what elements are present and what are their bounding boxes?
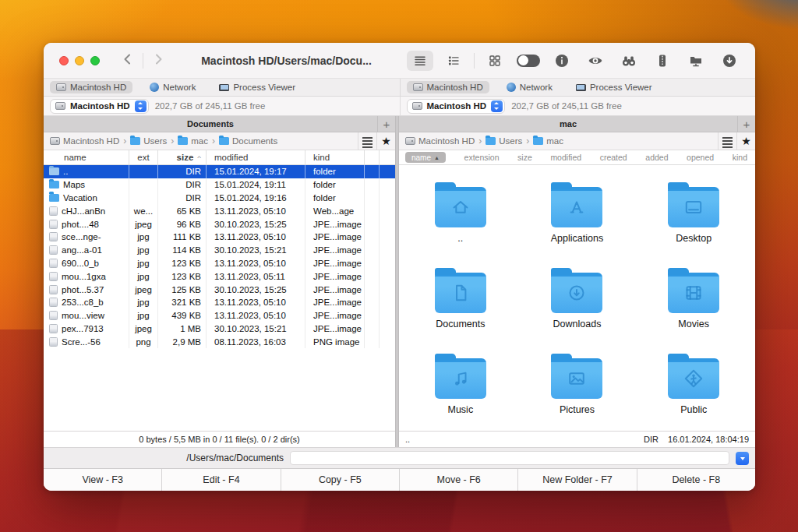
breadcrumb-users[interactable]: Users	[486, 136, 522, 146]
drive-stepper-icon[interactable]	[135, 100, 147, 112]
move-f6-button[interactable]: Move - F6	[400, 469, 518, 491]
grid-item-music[interactable]: Music	[402, 344, 519, 429]
queue-toggle[interactable]	[515, 51, 542, 71]
preview-button[interactable]	[582, 51, 609, 71]
process-viewer-icon	[576, 84, 586, 91]
folder-tab-documents[interactable]: Documents	[44, 116, 377, 132]
grid-item-parent-dir[interactable]: ..	[402, 173, 519, 259]
drive-select-right[interactable]: Macintosh HD	[407, 99, 506, 114]
breadcrumb-macintosh-hd[interactable]: Macintosh HD	[50, 136, 119, 146]
column-header-size[interactable]: size^	[158, 150, 207, 164]
column-header-modified[interactable]: modified	[550, 153, 581, 162]
tab-macintosh-hd-left[interactable]: Macintosh HD	[50, 81, 132, 93]
forward-button[interactable]	[150, 51, 166, 69]
column-header-name[interactable]: name	[44, 150, 129, 164]
breadcrumb-mac[interactable]: mac	[178, 136, 208, 146]
free-space-label: 202,7 GB of 245,11 GB free	[155, 101, 266, 111]
view-list-button[interactable]	[407, 51, 433, 71]
grid-item-desktop[interactable]: Desktop	[635, 173, 752, 259]
table-row[interactable]: Scre...-56 png2,9 MB08.11.2023, 16:03PNG…	[44, 335, 395, 348]
view-f3-button[interactable]: View - F3	[44, 469, 162, 491]
view-grid-button[interactable]	[482, 51, 508, 71]
tab-network-right[interactable]: Network	[500, 81, 559, 93]
new-folder-f7-button[interactable]: New Folder - F7	[518, 469, 637, 491]
tab-network-left[interactable]: Network	[143, 81, 202, 93]
archive-button[interactable]	[649, 51, 676, 71]
folder-icon	[533, 137, 543, 145]
folder-tab-mac[interactable]: mac	[399, 116, 737, 132]
tab-macintosh-hd-right[interactable]: Macintosh HD	[407, 81, 489, 93]
drive-select-left[interactable]: Macintosh HD	[50, 99, 149, 114]
star-icon: ★	[381, 136, 391, 146]
column-header-modified[interactable]: modified	[207, 150, 305, 164]
command-input[interactable]	[290, 451, 729, 465]
table-row[interactable]: 690...0_b jpg123 KB13.11.2023, 05:10JPE.…	[44, 257, 395, 270]
tab-process-viewer-right[interactable]: Process Viewer	[570, 81, 659, 93]
desktop-wallpaper: Macintosh HD/Users/mac/Docu... Macintosh…	[0, 0, 798, 532]
column-header-added[interactable]: added	[645, 153, 668, 162]
table-row[interactable]: phot...5.37 jpeg125 KB30.10.2023, 15:25J…	[44, 283, 395, 296]
command-history-button[interactable]	[736, 452, 749, 465]
table-row[interactable]: Vacation DIR15.01.2024, 19:16folder	[44, 192, 395, 205]
table-row[interactable]: pex...7913 jpeg1 MB30.10.2023, 15:21JPE.…	[44, 322, 395, 336]
grid-item-movies[interactable]: Movies	[635, 259, 752, 344]
toolbar-divider	[474, 53, 475, 69]
history-nav	[120, 51, 166, 69]
drive-stepper-icon[interactable]	[491, 100, 503, 112]
column-header-created[interactable]: created	[600, 153, 627, 162]
minimize-button[interactable]	[75, 56, 84, 65]
table-row[interactable]: sce...nge- jpg111 KB13.11.2023, 05:10JPE…	[44, 231, 395, 244]
view-detail-button[interactable]	[440, 51, 467, 71]
drive-icon	[405, 137, 415, 145]
breadcrumb-documents[interactable]: Documents	[219, 136, 277, 146]
close-button[interactable]	[59, 56, 69, 65]
table-row[interactable]: mou...view jpg439 KB13.11.2023, 05:10JPE…	[44, 309, 395, 322]
grid-item-pictures[interactable]: Pictures	[519, 344, 636, 429]
table-row[interactable]: mou...1gxa jpg123 KB13.11.2023, 05:11JPE…	[44, 270, 395, 283]
breadcrumb-mac[interactable]: mac	[533, 136, 563, 146]
table-row[interactable]: cHJ...anBn we...65 KB13.11.2023, 05:10We…	[44, 204, 395, 217]
column-header-opened[interactable]: opened	[687, 153, 714, 162]
favorites-button-right[interactable]: ★	[736, 132, 755, 150]
left-breadcrumb-row: Macintosh HD› Users› mac› Documents ★	[44, 132, 395, 150]
download-button[interactable]	[716, 51, 743, 71]
grid-item-documents[interactable]: Documents	[402, 259, 519, 344]
column-header-extension[interactable]: extension	[464, 153, 500, 162]
folder-icon	[178, 137, 188, 145]
grid-item-public[interactable]: Public	[635, 344, 752, 429]
network-button[interactable]	[683, 51, 709, 71]
eye-icon	[587, 53, 604, 69]
column-header-name[interactable]: name▲	[405, 152, 446, 163]
tab-process-viewer-left[interactable]: Process Viewer	[213, 81, 302, 93]
table-row[interactable]: 253...c8_b jpg321 KB13.11.2023, 05:10JPE…	[44, 296, 395, 309]
column-header-size[interactable]: size	[517, 153, 532, 162]
delete-f8-button[interactable]: Delete - F8	[637, 469, 755, 491]
table-row[interactable]: ang...a-01 jpg114 KB30.10.2023, 15:21JPE…	[44, 244, 395, 257]
add-tab-button-right[interactable]: +	[737, 116, 755, 132]
folder-icon	[49, 194, 59, 202]
column-header-kind[interactable]: kind	[733, 153, 747, 162]
breadcrumb-macintosh-hd[interactable]: Macintosh HD	[405, 136, 475, 146]
add-tab-button-left[interactable]: +	[377, 116, 395, 132]
grid-item-downloads[interactable]: Downloads	[519, 259, 636, 344]
desktop-folder-icon	[668, 187, 719, 227]
back-button[interactable]	[120, 51, 136, 69]
breadcrumb: Macintosh HD› Users› mac› Documents	[44, 136, 358, 146]
column-header-ext[interactable]: ext	[129, 150, 158, 164]
selection-summary: 0 bytes / 5,5 MB in 0 / 11 file(s). 0 / …	[139, 435, 299, 444]
table-row[interactable]: Maps DIR15.01.2024, 19:11folder	[44, 178, 395, 192]
info-button[interactable]	[549, 51, 575, 71]
selected-item-date: 16.01.2024, 18:04:19	[668, 435, 749, 444]
grid-item-applications[interactable]: Applications	[519, 173, 636, 259]
zoom-button[interactable]	[90, 56, 100, 65]
table-row-parent-dir[interactable]: .. DIR 15.01.2024, 19:17 folder	[44, 165, 395, 178]
edit-f4-button[interactable]: Edit - F4	[162, 469, 281, 491]
list-menu-button-right[interactable]	[718, 132, 736, 150]
table-row[interactable]: phot....48 jpeg96 KB30.10.2023, 15:25JPE…	[44, 217, 395, 231]
copy-f5-button[interactable]: Copy - F5	[281, 469, 400, 491]
search-button[interactable]	[616, 51, 642, 71]
list-menu-button-left[interactable]	[358, 132, 376, 150]
breadcrumb-users[interactable]: Users	[130, 136, 167, 146]
favorites-button-left[interactable]: ★	[376, 132, 395, 150]
column-header-kind[interactable]: kind	[305, 150, 365, 164]
